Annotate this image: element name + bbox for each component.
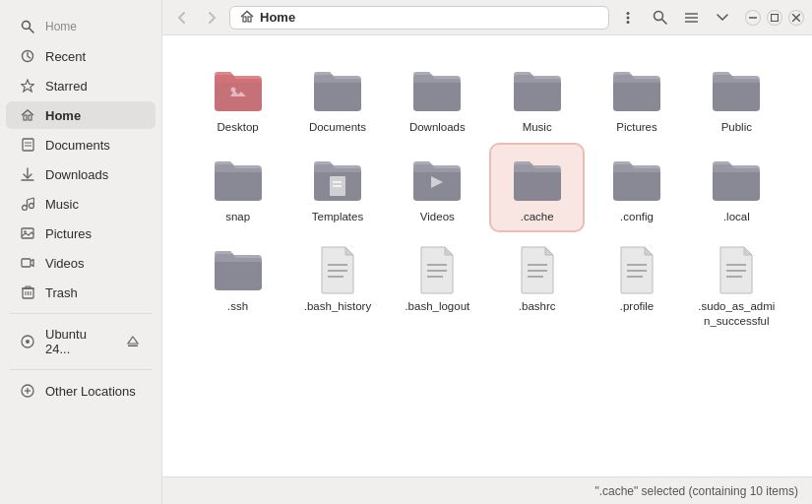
file-icon-profile — [611, 244, 662, 295]
file-icon-documents — [312, 65, 363, 116]
sidebar-label-starred: Starred — [45, 79, 88, 94]
file-label-bashrc: .bashrc — [519, 299, 556, 314]
status-text: ".cache" selected (containing 10 items) — [594, 484, 798, 498]
music-icon — [20, 196, 35, 212]
sidebar-label-home: Home — [45, 108, 81, 123]
svg-point-11 — [23, 206, 28, 211]
recent-icon — [20, 48, 35, 64]
file-item-snap[interactable]: snap — [192, 145, 283, 230]
file-item-config[interactable]: .config — [591, 145, 682, 230]
file-item-videos[interactable]: Videos — [392, 145, 483, 230]
svg-rect-4 — [24, 115, 27, 120]
sidebar-item-downloads[interactable]: Downloads — [6, 160, 156, 188]
file-item-public[interactable]: Public — [691, 55, 782, 141]
svg-point-12 — [30, 204, 34, 209]
file-item-sudo[interactable]: .sudo_as_admin_successful — [691, 234, 782, 335]
file-item-desktop[interactable]: Desktop — [192, 55, 283, 141]
svg-marker-27 — [128, 337, 138, 344]
main-window: Home — [162, 0, 812, 504]
maximize-button[interactable] — [767, 10, 782, 26]
sidebar-item-recent[interactable]: Recent — [6, 42, 156, 70]
file-icon-ssh — [213, 244, 264, 295]
file-label-desktop: Desktop — [218, 120, 259, 135]
file-label-public: Public — [721, 120, 752, 135]
file-item-templates[interactable]: Templates — [291, 145, 383, 230]
sidebar-item-home[interactable]: Home — [6, 101, 156, 129]
sidebar-label-ubuntu: Ubuntu 24... — [45, 327, 114, 356]
file-label-documents: Documents — [309, 120, 366, 135]
file-label-local: .local — [723, 210, 750, 224]
forward-button[interactable] — [200, 6, 223, 30]
svg-line-1 — [30, 29, 34, 33]
search-button[interactable] — [647, 5, 672, 31]
file-label-bash-history: .bash_history — [304, 299, 371, 314]
back-button[interactable] — [170, 6, 194, 30]
sidebar-label-videos: Videos — [45, 256, 85, 271]
file-icon-videos — [411, 155, 463, 206]
sidebar-item-other-locations[interactable]: Other Locations — [6, 377, 156, 405]
eject-button[interactable] — [124, 333, 142, 350]
home-icon — [20, 107, 35, 123]
file-icon-config — [611, 155, 662, 206]
sidebar-item-trash[interactable]: Trash — [6, 279, 156, 306]
file-icon-downloads — [411, 65, 463, 116]
file-item-cache[interactable]: .cache — [491, 145, 583, 230]
sidebar-label-recent: Recent — [45, 49, 86, 64]
file-label-profile: .profile — [620, 299, 655, 314]
file-item-ssh[interactable]: .ssh — [192, 234, 283, 335]
file-icon-desktop — [213, 65, 264, 116]
sidebar-label-music: Music — [45, 197, 79, 212]
file-item-pictures[interactable]: Pictures — [591, 55, 682, 141]
file-item-documents[interactable]: Documents — [291, 55, 383, 141]
minimize-button[interactable] — [745, 10, 761, 26]
file-item-music[interactable]: Music — [491, 55, 583, 141]
chevron-down-button[interactable] — [710, 5, 735, 31]
sidebar-item-videos[interactable]: Videos — [6, 249, 156, 277]
sidebar-search[interactable]: Home — [6, 13, 156, 40]
svg-marker-3 — [22, 80, 34, 92]
file-icon-sudo — [711, 244, 762, 295]
svg-rect-5 — [29, 115, 31, 120]
sidebar-item-ubuntu[interactable]: Ubuntu 24... — [6, 321, 156, 362]
file-icon-local — [711, 155, 762, 206]
file-item-downloads[interactable]: Downloads — [392, 55, 483, 141]
downloads-icon — [20, 166, 35, 182]
location-text: Home — [260, 10, 295, 25]
file-label-ssh: .ssh — [227, 299, 248, 314]
file-label-pictures: Pictures — [616, 120, 657, 135]
menu-button[interactable] — [615, 5, 641, 31]
file-item-bashrc[interactable]: .bashrc — [491, 234, 583, 335]
sidebar-item-music[interactable]: Music — [6, 190, 156, 218]
file-label-music: Music — [523, 120, 552, 135]
file-label-sudo: .sudo_as_admin_successful — [697, 299, 776, 329]
statusbar: ".cache" selected (containing 10 items) — [162, 476, 812, 504]
file-label-config: .config — [620, 210, 654, 224]
file-icon-snap — [213, 155, 264, 206]
close-button[interactable] — [788, 10, 804, 26]
location-home-icon — [240, 10, 254, 26]
sidebar-label-trash: Trash — [45, 285, 78, 300]
ubuntu-icon — [20, 334, 35, 349]
star-icon — [20, 78, 35, 94]
file-label-videos: Videos — [420, 210, 455, 224]
svg-rect-33 — [248, 17, 251, 22]
trash-icon — [20, 284, 35, 300]
svg-rect-28 — [128, 346, 138, 347]
file-item-bash-logout[interactable]: .bash_logout — [392, 234, 483, 335]
sidebar-item-starred[interactable]: Starred — [6, 72, 156, 99]
file-item-bash-history[interactable]: .bash_history — [291, 234, 383, 335]
file-item-profile[interactable]: .profile — [591, 234, 682, 335]
titlebar: Home — [162, 0, 812, 35]
view-button[interactable] — [678, 5, 704, 31]
pictures-icon — [20, 225, 35, 241]
sidebar-item-documents[interactable]: Documents — [6, 131, 156, 158]
svg-rect-32 — [243, 17, 246, 22]
search-icon — [20, 19, 35, 34]
svg-point-26 — [26, 340, 30, 344]
file-label-templates: Templates — [312, 210, 363, 224]
svg-point-46 — [230, 88, 235, 93]
sidebar-item-pictures[interactable]: Pictures — [6, 220, 156, 247]
sidebar-divider-2 — [10, 369, 152, 370]
file-icon-bashrc — [512, 244, 563, 295]
file-item-local[interactable]: .local — [691, 145, 782, 230]
